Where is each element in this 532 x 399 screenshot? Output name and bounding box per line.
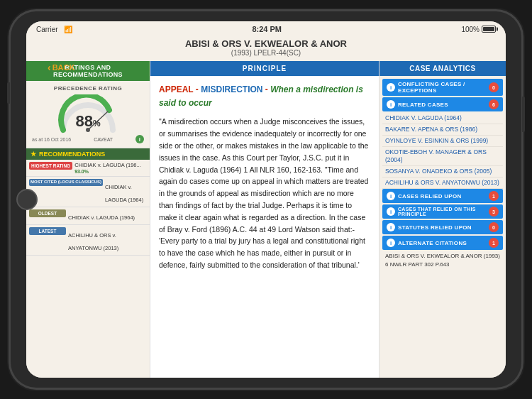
wifi-icon: 📶 bbox=[64, 26, 72, 33]
right-panel: CASE ANALYTICS i CONFLICTING CASES / EXC… bbox=[379, 61, 506, 378]
caveat-text: CAVEAT bbox=[94, 137, 113, 142]
gauge-number: 88 bbox=[75, 112, 92, 130]
caveat-info-icon[interactable]: i bbox=[135, 135, 144, 143]
case-link-5[interactable]: ACHILIHU & ORS V. ANYATONWU (2013) bbox=[382, 177, 503, 189]
recommendations-header: ★ RECOMMENDATIONS bbox=[26, 148, 150, 160]
left-panel: RATINGS AND RECOMMENDATIONS PRECEDENCE R… bbox=[26, 61, 150, 378]
star-icon: ★ bbox=[31, 151, 36, 158]
gauge-value: 88% bbox=[75, 112, 100, 131]
conflicting-cases-label: CONFLICTING CASES / EXCEPTIONS bbox=[398, 81, 489, 94]
rec-text-latest: ACHILIHU & ORS v. ANYATONWU (2013) bbox=[68, 232, 118, 251]
gauge-container: 88% bbox=[56, 94, 120, 133]
case-link-2[interactable]: OYINLOYE V. ESINKIN & ORS (1999) bbox=[382, 136, 503, 147]
related-cases-label: RELATED CASES bbox=[398, 102, 489, 108]
carrier-label: Carrier 📶 bbox=[36, 26, 72, 33]
cases-relied-upon-item[interactable]: i CASES RELIED UPON 1 bbox=[382, 189, 503, 203]
misdirection-text: MISDIRECTION bbox=[201, 84, 262, 94]
info-icon-relied: i bbox=[387, 192, 395, 200]
rec-item-latest[interactable]: LATEST ACHILIHU & ORS v. ANYATONWU (2013… bbox=[26, 225, 150, 256]
principle-body: APPEAL - MISDIRECTION - When a misdirect… bbox=[150, 76, 379, 378]
gauge-date-caveat: as at 16 Oct 2016 CAVEAT i bbox=[31, 135, 145, 143]
cases-relied-on-principle-badge: 3 bbox=[489, 207, 499, 217]
alternate-citations-text: ABISI & ORS V. EKWEALOR & ANOR (1993) 6 … bbox=[382, 251, 503, 268]
dash1: - bbox=[193, 84, 201, 94]
case-link-1[interactable]: BAKARE V. APENA & ORS (1986) bbox=[382, 124, 503, 136]
page-title: ABISI & ORS V. EKWEALOR & ANOR bbox=[36, 38, 496, 49]
rec-text-most-cited: CHIDIAK v. LAGUDA (1964) bbox=[105, 184, 143, 203]
alternate-citations-item[interactable]: i ALTERNATE CITATIONS 1 bbox=[382, 236, 503, 250]
related-cases-item[interactable]: i RELATED CASES 6 bbox=[382, 97, 503, 111]
cases-relied-upon-label: CASES RELIED UPON bbox=[398, 193, 489, 200]
volume-button bbox=[7, 82, 10, 104]
analytics-section: i CONFLICTING CASES / EXCEPTIONS 0 i REL… bbox=[379, 76, 506, 378]
statutes-relied-upon-badge: 0 bbox=[489, 222, 499, 232]
cases-relied-on-principle-label: CASES THAT RELIED ON THIS PRINCIPLE bbox=[398, 207, 489, 217]
ratings-header: RATINGS AND RECOMMENDATIONS bbox=[26, 61, 150, 81]
precedence-label: PRECEDENCE RATING bbox=[54, 85, 122, 92]
back-button[interactable]: ‹ BACK bbox=[48, 62, 74, 73]
back-label: BACK bbox=[52, 63, 75, 72]
main-content: RATINGS AND RECOMMENDATIONS PRECEDENCE R… bbox=[26, 61, 506, 378]
conflicting-cases-item[interactable]: i CONFLICTING CASES / EXCEPTIONS 0 bbox=[382, 79, 503, 96]
rec-text-oldest: CHIDIAK v. LAGUDA (1964) bbox=[68, 214, 135, 221]
power-button bbox=[522, 97, 525, 132]
cases-relied-upon-badge: 1 bbox=[489, 191, 499, 201]
alternate-citations-label: ALTERNATE CITATIONS bbox=[398, 240, 489, 246]
rec-item-oldest[interactable]: OLDEST CHIDIAK v. LAGUDA (1964) bbox=[26, 207, 150, 225]
center-panel: PRINCIPLE APPEAL - MISDIRECTION - When a… bbox=[150, 61, 379, 378]
latest-badge: LATEST bbox=[29, 227, 66, 235]
principle-header: PRINCIPLE bbox=[150, 61, 379, 76]
related-cases-badge: 6 bbox=[489, 99, 499, 109]
back-chevron-icon: ‹ bbox=[48, 62, 51, 73]
home-button[interactable] bbox=[16, 189, 38, 210]
info-icon-related: i bbox=[387, 100, 395, 109]
cases-relied-on-principle-item[interactable]: i CASES THAT RELIED ON THIS PRINCIPLE 3 bbox=[382, 204, 503, 219]
appeal-text: APPEAL bbox=[159, 84, 193, 94]
info-icon-relied-on: i bbox=[387, 207, 395, 216]
nav-bar: ‹ BACK ABISI & ORS V. EKWEALOR & ANOR (1… bbox=[26, 37, 506, 61]
recommendations-label: RECOMMENDATIONS bbox=[39, 151, 105, 158]
info-icon-conflicting: i bbox=[387, 83, 395, 92]
oldest-badge: OLDEST bbox=[29, 209, 66, 217]
case-link-3[interactable]: OKOTIE-EBOH V. MANAGER & ORS (2004) bbox=[382, 147, 503, 166]
status-bar: Carrier 📶 8:24 PM 100% bbox=[26, 21, 506, 37]
rec-item-highest[interactable]: HIGHEST RATING CHIDIAK v. LAGUDA (196...… bbox=[26, 160, 150, 177]
statutes-relied-upon-item[interactable]: i STATUTES RELIED UPON 0 bbox=[382, 220, 503, 234]
case-link-4[interactable]: SOSANYA V. ONADEKO & ORS (2005) bbox=[382, 166, 503, 177]
info-icon-statutes: i bbox=[387, 223, 395, 231]
case-analytics-header: CASE ANALYTICS bbox=[379, 61, 506, 76]
carrier-text: Carrier bbox=[36, 26, 58, 33]
principle-title: APPEAL - MISDIRECTION - When a misdirect… bbox=[159, 83, 370, 110]
battery-percent: 100% bbox=[461, 26, 480, 33]
case-link-0[interactable]: CHIDIAK V. LAGUDA (1964) bbox=[382, 113, 503, 124]
most-cited-badge: MOST CITED (LOCUS CLASSICUS) bbox=[29, 179, 103, 186]
rec-text-highest: CHIDIAK v. LAGUDA (196... bbox=[74, 162, 147, 169]
conflicting-cases-badge: 0 bbox=[489, 82, 499, 92]
rec-item-most-cited[interactable]: MOST CITED (LOCUS CLASSICUS) CHIDIAK v. … bbox=[26, 177, 150, 207]
battery-area: 100% bbox=[461, 26, 496, 33]
rec-rating-highest: 93.0% bbox=[74, 169, 147, 174]
screen: Carrier 📶 8:24 PM 100% ‹ BACK ABISI & OR… bbox=[26, 21, 506, 378]
gauge-percent: % bbox=[93, 119, 101, 129]
statutes-relied-upon-label: STATUTES RELIED UPON bbox=[398, 224, 489, 231]
principle-paragraph: "A misdirection occurs when a Judge misc… bbox=[159, 116, 370, 270]
gauge-date: as at 16 Oct 2016 bbox=[32, 137, 71, 142]
battery-icon bbox=[482, 26, 496, 33]
time-display: 8:24 PM bbox=[252, 25, 282, 33]
dash2: - bbox=[262, 84, 270, 94]
precedence-section: PRECEDENCE RATING 88% bbox=[26, 81, 150, 148]
device: Carrier 📶 8:24 PM 100% ‹ BACK ABISI & OR… bbox=[11, 11, 521, 388]
alternate-citations-badge: 1 bbox=[489, 238, 499, 248]
highest-rating-badge: HIGHEST RATING bbox=[29, 162, 72, 170]
page-subtitle: (1993) LPELR-44(SC) bbox=[36, 49, 496, 57]
info-icon-alternate: i bbox=[387, 239, 395, 247]
